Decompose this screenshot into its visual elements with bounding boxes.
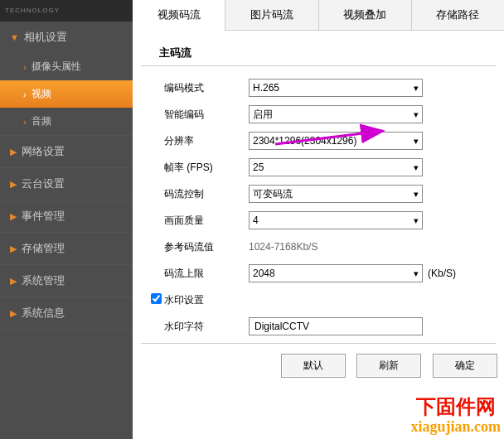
smart-encode-select[interactable]: 启用▾: [249, 105, 423, 123]
chevron-right-icon: ›: [23, 89, 27, 99]
sidebar-cat-sysinfo[interactable]: ▶系统信息: [0, 297, 133, 330]
ok-button[interactable]: 确定: [433, 354, 497, 378]
chevron-down-icon: ▾: [414, 109, 419, 120]
fps-select[interactable]: 25▾: [249, 158, 423, 176]
sidebar-cat-label: 系统管理: [22, 273, 65, 288]
ref-bitrate-value: 1024-7168Kb/S: [249, 241, 317, 253]
refresh-button[interactable]: 刷新: [356, 354, 421, 378]
sidebar-cat-label: 云台设置: [22, 176, 65, 191]
default-button[interactable]: 默认: [281, 354, 346, 378]
sidebar-item-video[interactable]: › 视频: [0, 80, 133, 108]
chevron-down-icon: ▾: [414, 215, 419, 226]
fps-label: 帧率 (FPS): [164, 161, 249, 175]
sidebar-cat-network[interactable]: ▶网络设置: [0, 136, 133, 168]
bitrate-unit: (Kb/S): [428, 268, 456, 279]
sidebar-cat-camera[interactable]: ▼ 相机设置: [0, 22, 133, 53]
watermark-text-label: 水印字符: [164, 320, 249, 334]
chevron-right-icon: ▶: [10, 276, 17, 287]
sidebar-item-label: 视频: [32, 87, 51, 101]
encode-mode-select[interactable]: H.265▾: [249, 79, 423, 97]
quality-label: 画面质量: [164, 214, 249, 228]
chevron-down-icon: ▾: [414, 83, 419, 94]
chevron-down-icon: ▾: [414, 162, 419, 173]
sidebar-cat-label: 相机设置: [24, 30, 67, 45]
ref-bitrate-label: 参考码流值: [164, 240, 249, 254]
bitrate-ctrl-label: 码流控制: [164, 187, 249, 201]
sidebar-cat-ptz[interactable]: ▶云台设置: [0, 168, 133, 200]
watermark-line1: 下固件网: [410, 393, 501, 420]
sidebar: TECHNOLOGY ▼ 相机设置 › 摄像头属性 › 视频 › 音频 ▶网络设…: [0, 0, 133, 439]
chevron-down-icon: ▾: [414, 189, 419, 200]
sidebar-item-camera-attr[interactable]: › 摄像头属性: [0, 53, 133, 80]
site-watermark: 下固件网 xiagujian.com: [410, 393, 501, 436]
resolution-label: 分辨率: [164, 134, 249, 148]
sidebar-cat-system[interactable]: ▶系统管理: [0, 265, 133, 297]
smart-encode-label: 智能编码: [164, 108, 249, 122]
sidebar-cat-storage[interactable]: ▶存储管理: [0, 233, 133, 265]
bitrate-max-select[interactable]: 2048▾: [249, 264, 423, 282]
watermark-enable-label: 水印设置: [164, 293, 249, 307]
tab-storage-path[interactable]: 存储路径: [411, 0, 504, 30]
chevron-right-icon: ▶: [10, 244, 17, 254]
chevron-right-icon: ▶: [10, 211, 17, 222]
sidebar-cat-label: 事件管理: [22, 209, 65, 224]
chevron-right-icon: ›: [23, 62, 27, 72]
encode-mode-label: 编码模式: [164, 81, 249, 95]
quality-select[interactable]: 4▾: [249, 211, 423, 229]
sidebar-cat-event[interactable]: ▶事件管理: [0, 200, 133, 233]
sidebar-item-label: 摄像头属性: [32, 60, 81, 74]
chevron-right-icon: ›: [23, 117, 27, 127]
bitrate-ctrl-select[interactable]: 可变码流▾: [249, 185, 423, 203]
sidebar-cat-label: 网络设置: [22, 144, 65, 159]
section-title: 主码流: [141, 31, 496, 66]
sidebar-item-label: 音频: [32, 114, 51, 128]
tab-video-stream[interactable]: 视频码流: [133, 0, 225, 31]
bitrate-max-label: 码流上限: [164, 267, 249, 281]
chevron-down-icon: ▼: [10, 32, 19, 42]
tab-image-stream[interactable]: 图片码流: [225, 0, 317, 30]
sidebar-cat-label: 存储管理: [22, 241, 65, 256]
tab-video-overlay[interactable]: 视频叠加: [318, 0, 411, 30]
sidebar-cat-label: 系统信息: [22, 306, 65, 321]
resolution-select[interactable]: 2304*1296(2304x1296)▾: [249, 132, 423, 150]
sidebar-item-audio[interactable]: › 音频: [0, 108, 133, 135]
watermark-checkbox[interactable]: [151, 293, 162, 304]
chevron-right-icon: ▶: [10, 147, 17, 157]
watermark-line2: xiagujian.com: [410, 418, 501, 436]
chevron-down-icon: ▾: [414, 268, 419, 279]
watermark-text-input[interactable]: [249, 317, 423, 335]
chevron-right-icon: ▶: [10, 308, 17, 319]
button-row: 默认 刷新 确定: [133, 344, 504, 388]
tabs: 视频码流 图片码流 视频叠加 存储路径: [133, 0, 504, 31]
chevron-right-icon: ▶: [10, 179, 17, 190]
form: 编码模式 H.265▾ 智能编码 启用▾ 分辨率 2304*1296(2304x…: [133, 66, 504, 336]
logo: TECHNOLOGY: [0, 0, 133, 22]
main-panel: 视频码流 图片码流 视频叠加 存储路径 主码流 编码模式 H.265▾ 智能编码…: [133, 0, 504, 439]
chevron-down-icon: ▾: [414, 136, 419, 147]
